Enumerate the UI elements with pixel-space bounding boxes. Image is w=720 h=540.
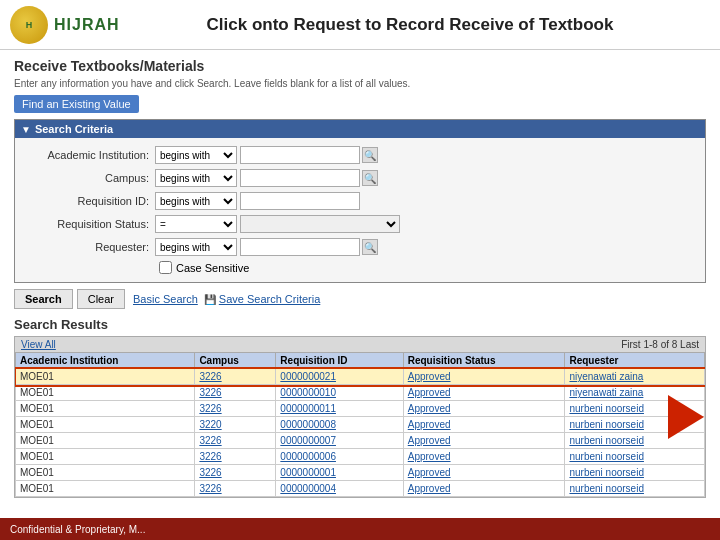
pagination-info: First 1-8 of 8 Last [621,339,699,350]
results-table-container: View All First 1-8 of 8 Last Academic In… [14,336,706,498]
table-cell-3[interactable]: Approved [403,481,565,497]
table-cell-2[interactable]: 0000000008 [276,417,403,433]
table-row[interactable]: MOE0132260000000021Approvedniyenawati za… [16,369,705,385]
requisition-id-operator[interactable]: begins with= [155,192,237,210]
requester-search-icon[interactable]: 🔍 [362,239,378,255]
requisition-id-label: Requisition ID: [25,195,155,207]
table-cell-2[interactable]: 0000000011 [276,401,403,417]
results-table: Academic Institution Campus Requisition … [15,352,705,497]
campus-operator[interactable]: begins with= [155,169,237,187]
requisition-status-operator[interactable]: =begins with [155,215,237,233]
table-header-row: Academic Institution Campus Requisition … [16,353,705,369]
table-cell-1[interactable]: 3226 [195,385,276,401]
logo-icon: H [10,6,48,44]
table-cell-2[interactable]: 0000000001 [276,465,403,481]
table-cell-1[interactable]: 3226 [195,369,276,385]
col-header-requester: Requester [565,353,705,369]
search-button[interactable]: Search [14,289,73,309]
requester-input[interactable] [240,238,360,256]
collapse-icon: ▼ [21,124,31,135]
table-cell-3[interactable]: Approved [403,385,565,401]
table-cell-2[interactable]: 0000000010 [276,385,403,401]
requisition-id-row: Requisition ID: begins with= [25,192,695,210]
academic-institution-label: Academic Institution: [25,149,155,161]
view-all-link[interactable]: View All [21,339,56,350]
table-cell-2[interactable]: 0000000021 [276,369,403,385]
col-header-req-status: Requisition Status [403,353,565,369]
find-existing-value-button[interactable]: Find an Existing Value [14,95,139,113]
table-cell-3[interactable]: Approved [403,401,565,417]
save-search-link[interactable]: Save Search Criteria [219,293,321,305]
table-cell-1[interactable]: 3226 [195,401,276,417]
campus-row: Campus: begins with= 🔍 [25,169,695,187]
table-cell-4[interactable]: nurbeni noorseid [565,481,705,497]
col-header-campus: Campus [195,353,276,369]
requisition-id-input[interactable] [240,192,360,210]
table-cell-1[interactable]: 3226 [195,481,276,497]
academic-institution-input[interactable] [240,146,360,164]
table-cell-4[interactable]: nurbeni noorseid [565,465,705,481]
main-content: Receive Textbooks/Materials Enter any in… [0,50,720,506]
save-icon: 💾 [204,294,216,305]
table-row[interactable]: MOE0132260000000006Approvednurbeni noors… [16,449,705,465]
requester-operator[interactable]: begins with= [155,238,237,256]
search-criteria-header: ▼ Search Criteria [15,120,705,138]
page-title: Receive Textbooks/Materials [14,58,706,74]
requisition-status-row: Requisition Status: =begins with Approve… [25,215,695,233]
table-cell-2[interactable]: 0000000006 [276,449,403,465]
action-buttons: Search Clear Basic Search 💾 Save Search … [14,289,706,309]
table-cell-4[interactable]: nurbeni noorseid [565,449,705,465]
academic-institution-search-icon[interactable]: 🔍 [362,147,378,163]
requisition-status-input[interactable]: Approved [240,215,400,233]
case-sensitive-row: Case Sensitive [159,261,695,274]
table-cell-0[interactable]: MOE01 [16,481,195,497]
table-row[interactable]: MOE0132260000000011Approvednurbeni noors… [16,401,705,417]
campus-input[interactable] [240,169,360,187]
table-cell-1[interactable]: 3220 [195,417,276,433]
table-row[interactable]: MOE0132200000000008Approvednurbeni noors… [16,417,705,433]
results-title: Search Results [14,317,706,332]
logo-area: H HIJRAH [10,3,140,47]
basic-search-link[interactable]: Basic Search [133,293,198,305]
footer-text: Confidential & Proprietary, M... [10,524,145,535]
table-cell-2[interactable]: 0000000004 [276,481,403,497]
table-cell-2[interactable]: 0000000007 [276,433,403,449]
page-subtitle: Enter any information you have and click… [14,78,706,89]
table-row[interactable]: MOE0132260000000007Approvednurbeni noors… [16,433,705,449]
table-cell-1[interactable]: 3226 [195,433,276,449]
search-criteria-label: Search Criteria [35,123,113,135]
case-sensitive-label: Case Sensitive [176,262,249,274]
table-cell-3[interactable]: Approved [403,449,565,465]
table-cell-3[interactable]: Approved [403,433,565,449]
table-cell-1[interactable]: 3226 [195,465,276,481]
table-cell-0[interactable]: MOE01 [16,417,195,433]
campus-search-icon[interactable]: 🔍 [362,170,378,186]
table-cell-4[interactable]: niyenawati zaina [565,369,705,385]
results-header-bar: View All First 1-8 of 8 Last [15,337,705,352]
table-cell-1[interactable]: 3226 [195,449,276,465]
search-criteria-section: ▼ Search Criteria Academic Institution: … [14,119,706,283]
table-cell-3[interactable]: Approved [403,465,565,481]
case-sensitive-checkbox[interactable] [159,261,172,274]
col-header-institution: Academic Institution [16,353,195,369]
campus-label: Campus: [25,172,155,184]
table-cell-0[interactable]: MOE01 [16,385,195,401]
table-cell-3[interactable]: Approved [403,369,565,385]
col-header-req-id: Requisition ID [276,353,403,369]
requisition-status-label: Requisition Status: [25,218,155,230]
table-row[interactable]: MOE0132260000000001Approvednurbeni noors… [16,465,705,481]
table-cell-0[interactable]: MOE01 [16,449,195,465]
requester-label: Requester: [25,241,155,253]
table-cell-0[interactable]: MOE01 [16,433,195,449]
table-cell-0[interactable]: MOE01 [16,401,195,417]
table-row[interactable]: MOE0132260000000010Approvedniyenawati za… [16,385,705,401]
table-cell-0[interactable]: MOE01 [16,465,195,481]
table-row[interactable]: MOE0132260000000004Approvednurbeni noors… [16,481,705,497]
clear-button[interactable]: Clear [77,289,125,309]
table-cell-3[interactable]: Approved [403,417,565,433]
requester-row: Requester: begins with= 🔍 [25,238,695,256]
academic-institution-operator[interactable]: begins with=contains [155,146,237,164]
academic-institution-row: Academic Institution: begins with=contai… [25,146,695,164]
table-cell-0[interactable]: MOE01 [16,369,195,385]
header-title: Click onto Request to Record Receive of … [140,15,710,35]
